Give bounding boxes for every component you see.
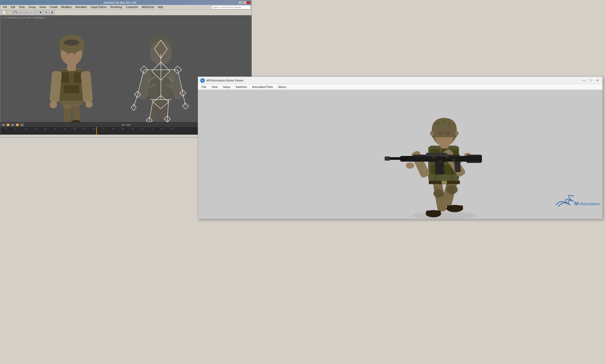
- toolbar-select[interactable]: ⊹: [32, 10, 38, 15]
- svg-rect-71: [198, 90, 602, 219]
- mvr-titlebar: MVRsimulation Model Viewer — □ ✕: [198, 77, 602, 84]
- svg-point-16: [85, 101, 93, 108]
- mvr-title-text: MVRsimulation Model Viewer: [206, 79, 243, 82]
- mvr-window: MVRsimulation Model Viewer — □ ✕ File Vi…: [198, 77, 603, 219]
- svg-point-114: [455, 131, 459, 136]
- menu-modifiers[interactable]: Modifiers: [60, 5, 73, 9]
- viewport-label: [ + ] [ Perspective ] [ Smooth + Highlig…: [2, 16, 45, 19]
- menu-group[interactable]: Group: [27, 5, 37, 9]
- max-title: Autodesk 3ds Max 2011 x64: [1, 1, 239, 4]
- toolbar-open[interactable]: 📂: [7, 10, 12, 15]
- svg-point-120: [437, 173, 439, 175]
- mvr-menu-switches[interactable]: Switches: [233, 85, 249, 89]
- svg-point-125: [439, 193, 442, 196]
- mvr-menu-view[interactable]: View: [209, 85, 220, 89]
- svg-text:M: M: [574, 201, 578, 206]
- svg-rect-101: [426, 153, 447, 156]
- svg-point-15: [50, 101, 57, 108]
- svg-rect-75: [426, 211, 441, 215]
- max-close-btn[interactable]: ✕: [247, 1, 250, 4]
- menu-rendering[interactable]: Rendering: [109, 5, 124, 9]
- svg-rect-97: [387, 157, 408, 160]
- svg-point-110: [438, 132, 443, 135]
- menu-tools[interactable]: Tools: [17, 5, 26, 9]
- mvr-menu-setup[interactable]: Setup: [221, 85, 232, 89]
- svg-point-35: [148, 35, 173, 53]
- tick-15: 15: [35, 128, 37, 130]
- svg-point-95: [406, 162, 414, 169]
- menu-maxscript[interactable]: MAXScript: [140, 5, 155, 9]
- svg-point-25: [67, 79, 70, 81]
- max-titlebar: Autodesk 3ds Max 2011 x64 — □ ✕: [0, 0, 251, 5]
- toolbar-rotate[interactable]: ↻: [44, 10, 49, 15]
- tick-55: 55: [112, 128, 114, 130]
- svg-rect-99: [466, 156, 482, 162]
- timeline-playhead[interactable]: [96, 127, 97, 135]
- timeline-start-btn[interactable]: ⏮: [1, 123, 5, 127]
- tick-45: 45: [93, 128, 95, 130]
- svg-point-129: [443, 119, 446, 122]
- timeline-prev-btn[interactable]: ⏪: [6, 123, 10, 127]
- tick-25: 25: [54, 128, 56, 130]
- menu-animation[interactable]: Animation: [74, 5, 89, 9]
- mvr-logo-icon: [200, 78, 205, 83]
- timeline-end-btn[interactable]: ⏭: [20, 123, 24, 127]
- max-search-input[interactable]: [212, 5, 250, 9]
- svg-point-128: [436, 121, 440, 126]
- mvr-title-left: MVRsimulation Model Viewer: [200, 78, 243, 83]
- toolbar-redo[interactable]: ↪: [24, 10, 29, 15]
- menu-file[interactable]: File: [1, 5, 9, 9]
- tick-65: 65: [132, 128, 134, 130]
- svg-point-118: [452, 158, 455, 162]
- tick-20: 20: [44, 128, 46, 130]
- menu-graph-editors[interactable]: Graph Editors: [89, 5, 108, 9]
- svg-point-111: [446, 132, 450, 135]
- max-toolbar: 📄 📂 💾 ↩ ↪ ⊹ ✥ ↻ ⊞: [0, 10, 251, 15]
- svg-point-115: [432, 155, 436, 159]
- background-area: [0, 138, 197, 364]
- svg-point-124: [434, 186, 439, 190]
- toolbar-scale[interactable]: ⊞: [50, 10, 55, 15]
- mvr-menu-articulated[interactable]: Articulated Parts: [250, 85, 275, 89]
- timeline-next-btn[interactable]: ⏩: [15, 123, 19, 127]
- tick-35: 35: [73, 128, 76, 130]
- svg-point-79: [433, 189, 444, 198]
- svg-point-127: [450, 192, 454, 195]
- mvr-logo-svg: [201, 79, 204, 82]
- toolbar-undo[interactable]: ↩: [18, 10, 24, 15]
- timeline-play-btn[interactable]: ▶: [11, 123, 15, 127]
- svg-point-116: [439, 160, 442, 163]
- mvr-minimize-btn[interactable]: —: [581, 78, 587, 83]
- max-titlebar-controls: — □ ✕: [239, 1, 250, 4]
- mvr-viewport: M VRsimulation: [198, 90, 602, 219]
- toolbar-new[interactable]: 📄: [1, 10, 6, 15]
- menu-help[interactable]: Help: [156, 5, 165, 9]
- max-maximize-btn[interactable]: □: [243, 1, 246, 4]
- svg-point-119: [430, 168, 433, 172]
- mvr-maximize-btn[interactable]: □: [588, 78, 594, 83]
- menu-edit[interactable]: Edit: [9, 5, 17, 9]
- toolbar-move[interactable]: ✥: [38, 10, 43, 15]
- svg-point-113: [430, 131, 434, 136]
- svg-rect-96: [400, 156, 473, 162]
- mvr-menu-file[interactable]: File: [200, 85, 208, 89]
- menu-create[interactable]: Create: [48, 5, 59, 9]
- max-minimize-btn[interactable]: —: [239, 1, 242, 4]
- mvr-menu-bar: File View Setup Switches Articulated Par…: [198, 84, 602, 90]
- toolbar-save[interactable]: 💾: [13, 10, 18, 15]
- tick-85: 85: [171, 128, 173, 130]
- menu-views[interactable]: Views: [38, 5, 48, 9]
- mvr-close-btn[interactable]: ✕: [595, 78, 600, 83]
- svg-rect-12: [64, 85, 79, 93]
- svg-rect-10: [61, 72, 69, 83]
- svg-rect-103: [454, 161, 461, 172]
- tick-10: 10: [25, 128, 27, 130]
- menu-customize[interactable]: Customize: [124, 5, 140, 9]
- tick-40: 40: [83, 128, 85, 130]
- svg-point-121: [442, 168, 446, 172]
- mvr-menu-about[interactable]: About...: [276, 85, 290, 89]
- tick-70: 70: [141, 128, 144, 130]
- mvr-viewport-svg: M VRsimulation: [198, 90, 602, 219]
- tick-30: 30: [64, 128, 66, 130]
- svg-point-22: [67, 52, 70, 54]
